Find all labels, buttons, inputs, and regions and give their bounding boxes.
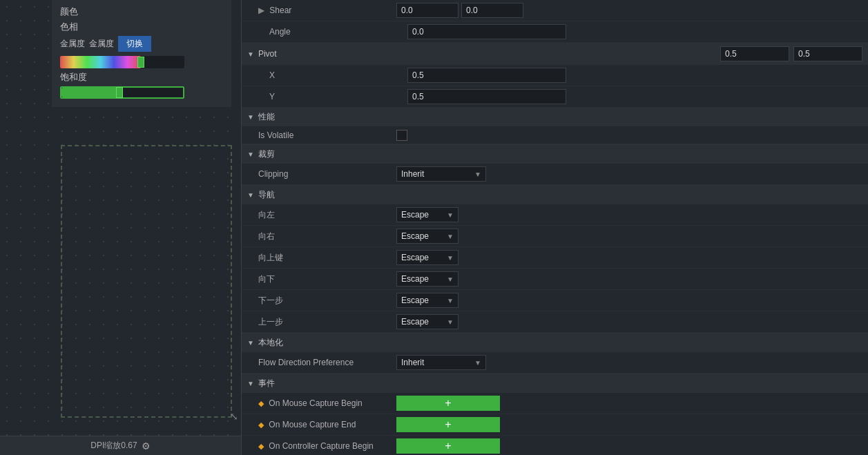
events-section: ▼ 事件 ◆ On Mouse Capture Begin + ◆ On Mou… xyxy=(242,374,868,455)
metalness2-label: 金属度 xyxy=(89,38,114,50)
mouse-capture-begin-add-btn[interactable]: + xyxy=(396,396,500,411)
pivot-y-value xyxy=(407,89,862,104)
performance-section: ▼ 性能 Is Volatile xyxy=(242,108,868,145)
right-panel: ▶ Shear Angle ▼ Pivot X Y xyxy=(242,0,868,455)
nav-next-arrow: ▼ xyxy=(447,297,454,304)
clipping-arrow: ▼ xyxy=(247,151,254,158)
nav-prev-label: 上一步 xyxy=(258,316,396,328)
controller-capture-begin-add-btn[interactable]: + xyxy=(396,438,500,454)
nav-up-value: Escape ▼ xyxy=(396,250,862,265)
nav-next-value: Escape ▼ xyxy=(396,293,862,308)
navigation-header[interactable]: ▼ 导航 xyxy=(242,186,868,204)
saturation-slider[interactable] xyxy=(60,86,184,99)
clipping-label: Clipping xyxy=(258,169,396,179)
hue-slider[interactable] xyxy=(60,56,184,68)
clipping-title: 裁剪 xyxy=(258,148,275,160)
nav-right-dropdown[interactable]: Escape ▼ xyxy=(396,229,459,244)
controller-capture-begin-value: + xyxy=(396,438,862,454)
shear-row: ▶ Shear xyxy=(242,0,868,21)
is-volatile-checkbox[interactable] xyxy=(396,130,407,141)
nav-right-row: 向右 Escape ▼ xyxy=(242,226,868,247)
mouse-capture-end-value: + xyxy=(396,417,862,432)
angle-input[interactable] xyxy=(407,24,566,39)
pivot-x-input[interactable] xyxy=(407,68,566,83)
performance-header[interactable]: ▼ 性能 xyxy=(242,108,868,126)
pivot-y-row: Y xyxy=(242,86,868,108)
is-volatile-label: Is Volatile xyxy=(258,130,396,140)
controller-capture-begin-label: ◆ On Controller Capture Begin xyxy=(258,441,396,451)
performance-title: 性能 xyxy=(258,111,275,123)
events-title: 事件 xyxy=(258,378,275,389)
pivot-section-header[interactable]: ▼ Pivot xyxy=(242,43,868,65)
pivot-x-row: X xyxy=(242,65,868,86)
hue-label: 色相 xyxy=(60,21,223,33)
pivot-title: Pivot xyxy=(258,49,277,59)
localization-section: ▼ 本地化 Flow Direction Preference Inherit … xyxy=(242,333,868,374)
localization-title: 本地化 xyxy=(258,337,283,349)
dpi-bar: DPI缩放0.67 ⚙ xyxy=(0,436,241,455)
angle-label: Angle xyxy=(269,27,407,37)
events-arrow: ▼ xyxy=(247,380,254,387)
metalness-row: 金属度 金属度 切换 xyxy=(60,36,223,52)
flow-direction-arrow: ▼ xyxy=(474,359,481,367)
nav-prev-dropdown[interactable]: Escape ▼ xyxy=(396,314,459,329)
shear-x-input[interactable] xyxy=(396,3,459,18)
pivot-x-value xyxy=(407,68,862,83)
nav-left-arrow: ▼ xyxy=(447,211,454,219)
event-icon-2: ◆ xyxy=(258,420,264,429)
pivot-y-input[interactable] xyxy=(407,89,566,104)
nav-prev-arrow: ▼ xyxy=(447,318,454,326)
nav-down-value: Escape ▼ xyxy=(396,271,862,287)
nav-left-dropdown[interactable]: Escape ▼ xyxy=(396,207,459,222)
angle-row: Angle xyxy=(242,21,868,43)
pivot-x-header-input[interactable] xyxy=(720,46,789,61)
clipping-section: ▼ 裁剪 Clipping Inherit ▼ xyxy=(242,145,868,186)
toggle-button[interactable]: 切换 xyxy=(118,36,151,52)
nav-right-label: 向右 xyxy=(258,231,396,242)
clipping-header[interactable]: ▼ 裁剪 xyxy=(242,145,868,164)
nav-down-label: 向下 xyxy=(258,273,396,285)
mouse-capture-end-row: ◆ On Mouse Capture End + xyxy=(242,414,868,436)
widget-panel: 颜色 色相 金属度 金属度 切换 饱和度 xyxy=(52,0,231,107)
nav-next-label: 下一步 xyxy=(258,295,396,307)
nav-up-dropdown[interactable]: Escape ▼ xyxy=(396,250,459,265)
events-header[interactable]: ▼ 事件 xyxy=(242,374,868,393)
performance-arrow: ▼ xyxy=(247,113,254,121)
shear-values xyxy=(396,3,523,18)
is-volatile-value xyxy=(396,130,862,141)
nav-right-value: Escape ▼ xyxy=(396,229,862,244)
nav-down-dropdown[interactable]: Escape ▼ xyxy=(396,271,459,287)
saturation-label: 饱和度 xyxy=(60,71,223,84)
flow-direction-row: Flow Direction Preference Inherit ▼ xyxy=(242,352,868,374)
pivot-y-label: Y xyxy=(269,92,407,101)
shear-y-input[interactable] xyxy=(461,3,523,18)
navigation-arrow: ▼ xyxy=(247,191,254,199)
navigation-section: ▼ 导航 向左 Escape ▼ 向右 Escape ▼ 向上键 xyxy=(242,186,868,333)
nav-down-row: 向下 Escape ▼ xyxy=(242,269,868,290)
controller-capture-begin-row: ◆ On Controller Capture Begin + xyxy=(242,436,868,455)
color-label: 颜色 xyxy=(60,6,223,18)
mouse-capture-begin-label: ◆ On Mouse Capture Begin xyxy=(258,398,396,408)
pivot-arrow: ▼ xyxy=(247,50,254,58)
nav-next-dropdown[interactable]: Escape ▼ xyxy=(396,293,459,308)
flow-direction-value: Inherit ▼ xyxy=(396,355,862,370)
is-volatile-row: Is Volatile xyxy=(242,126,868,144)
nav-up-label: 向上键 xyxy=(258,252,396,264)
dpi-label: DPI缩放0.67 xyxy=(90,440,137,452)
event-icon-1: ◆ xyxy=(258,399,264,407)
mouse-capture-end-add-btn[interactable]: + xyxy=(396,417,500,432)
navigation-title: 导航 xyxy=(258,189,275,201)
canvas-area: 颜色 色相 金属度 金属度 切换 饱和度 ⤡ xyxy=(0,0,241,455)
gear-icon[interactable]: ⚙ xyxy=(142,441,151,452)
clipping-value: Inherit ▼ xyxy=(396,166,862,182)
nav-left-value: Escape ▼ xyxy=(396,207,862,222)
flow-direction-label: Flow Direction Preference xyxy=(258,358,396,367)
event-icon-3: ◆ xyxy=(258,442,264,450)
localization-header[interactable]: ▼ 本地化 xyxy=(242,333,868,352)
nav-up-row: 向上键 Escape ▼ xyxy=(242,247,868,269)
flow-direction-dropdown[interactable]: Inherit ▼ xyxy=(396,355,486,370)
pivot-y-header-input[interactable] xyxy=(793,46,862,61)
mouse-capture-end-label: ◆ On Mouse Capture End xyxy=(258,420,396,429)
clipping-dropdown[interactable]: Inherit ▼ xyxy=(396,166,486,182)
nav-next-row: 下一步 Escape ▼ xyxy=(242,290,868,311)
